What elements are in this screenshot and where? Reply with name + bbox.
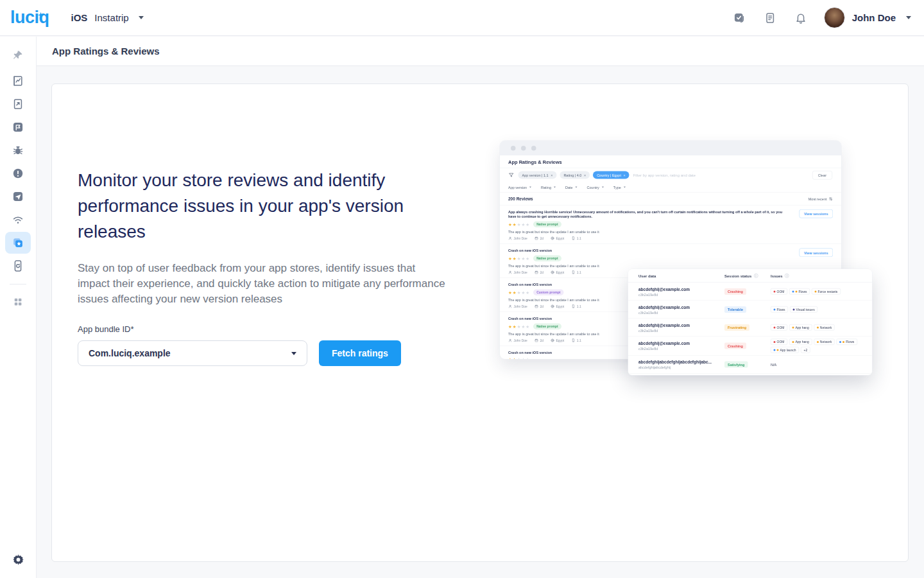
dropdown-label: Type xyxy=(613,185,621,189)
changelog-icon[interactable] xyxy=(758,6,782,30)
sidebar-item-network[interactable] xyxy=(5,209,31,231)
user-data-table-card: User dataSession statusiIssuesi abcdefgh… xyxy=(628,269,872,375)
sidebar-item-app-ratings[interactable] xyxy=(5,232,31,254)
meta-text: Egypt xyxy=(556,338,564,342)
notifications-icon[interactable] xyxy=(789,6,812,30)
table-row: abcdefghij@example.comc3b2a19e8dCrashing… xyxy=(628,337,872,356)
issue-chip: Flows xyxy=(837,339,857,346)
meta-text: 1.1 xyxy=(577,338,581,342)
sidebar-item-more-apps[interactable] xyxy=(5,291,31,313)
user-id: c3b2a19e8d xyxy=(638,292,724,296)
sidebar-bottom xyxy=(5,548,31,572)
remove-chip-icon[interactable]: × xyxy=(623,173,625,177)
profile-menu[interactable]: John Doe xyxy=(824,7,911,28)
review-meta-user: John Doe xyxy=(508,236,527,240)
sidebar-item-performance[interactable] xyxy=(5,186,31,207)
prompt-type-badge: Native prompt xyxy=(533,222,561,228)
sidebar-item-crash-reporting[interactable] xyxy=(5,162,31,184)
issues-cell: FlowsVisual issues xyxy=(771,306,862,313)
issue-chip: App hang xyxy=(789,339,812,346)
issue-dot-blue xyxy=(792,290,794,292)
issue-chip-group: FlowsVisual issues xyxy=(771,306,862,313)
info-icon: i xyxy=(785,274,789,278)
sidebar-nav xyxy=(0,37,37,578)
chevron-down-icon xyxy=(624,186,626,188)
review-meta-country: Egypt xyxy=(551,236,564,240)
review-meta: John Doe2dEgypt1.1 xyxy=(508,236,833,240)
chevron-down-icon xyxy=(529,186,531,188)
session-status-badge: Crashing xyxy=(724,288,746,295)
session-status-cell: Tolerable xyxy=(724,306,771,313)
person-icon xyxy=(508,304,512,308)
star-rating-icons: ★★★★★ xyxy=(508,256,530,261)
review-title: App always crashing Horrible service! Un… xyxy=(508,209,784,219)
luciq-logo[interactable]: luciq xyxy=(10,8,49,28)
issue-chip: OOM xyxy=(771,339,787,346)
filter-chip[interactable]: Country | Egypt× xyxy=(593,171,629,179)
issue-dot-orange xyxy=(843,341,844,343)
phone-icon xyxy=(571,270,575,274)
user-email: abcdefghij@example.com xyxy=(638,341,719,346)
app-switcher[interactable]: iOS Instatrip xyxy=(71,12,144,23)
user-data-cell: abcdefghijabcdefghijabcdefghijabc...abcd… xyxy=(638,360,724,369)
app-bundle-id-select[interactable]: Com.luciq.example xyxy=(78,340,307,366)
issue-dot-orange xyxy=(817,326,819,328)
fetch-ratings-button[interactable]: Fetch ratings xyxy=(319,340,401,366)
meta-text: 2d xyxy=(540,236,543,240)
issue-chip: Network xyxy=(814,324,834,331)
issue-dot-purple xyxy=(793,308,795,310)
mock-dropdown-rating[interactable]: Rating xyxy=(541,185,556,189)
onboarding-card: Monitor your store reviews and identify … xyxy=(51,83,909,562)
tasks-icon[interactable] xyxy=(728,6,751,30)
illustration-zone: App Ratings & Reviews App version | 1.1×… xyxy=(500,141,875,380)
issue-label: +2 xyxy=(804,348,808,352)
page-title-bar: App Ratings & Reviews xyxy=(37,37,924,66)
user-id: c3b2a19e8d xyxy=(638,328,724,332)
avatar xyxy=(824,7,845,28)
user-id: abcdefghijabcdefghij xyxy=(638,365,724,369)
column-header-session-status: Session statusi xyxy=(724,274,771,278)
sidebar-item-session-replay[interactable] xyxy=(5,255,31,277)
sidebar-item-pinned[interactable] xyxy=(5,44,31,66)
sidebar-item-settings[interactable] xyxy=(5,548,31,570)
issue-chip: Flows xyxy=(771,306,788,313)
issue-label: Flows xyxy=(777,308,785,311)
sidebar-item-bug-reporting[interactable] xyxy=(5,139,31,161)
session-status-badge: Satisfying xyxy=(724,361,748,367)
sidebar-item-surveys[interactable] xyxy=(5,93,31,115)
filter-chip[interactable]: Rating | 4.0× xyxy=(560,171,590,179)
sidebar-item-analytics[interactable] xyxy=(5,70,31,92)
table-row: abcdefghij@example.comc3b2a19e8dFrustrat… xyxy=(628,319,872,337)
review-title: Crash on new iOS version xyxy=(508,249,784,254)
mock-dropdown-date[interactable]: Date xyxy=(565,185,578,189)
user-data-cell: abcdefghij@example.comc3b2a19e8d xyxy=(638,286,724,296)
column-header-issues: Issuesi xyxy=(771,274,862,278)
review-body: The app is great but since the update I … xyxy=(508,230,833,234)
dropdown-label: Date xyxy=(565,185,573,189)
filter-input-placeholder[interactable]: Filter by app version, rating and date xyxy=(633,173,809,177)
view-sessions-button[interactable]: View sessions xyxy=(799,209,833,218)
view-sessions-button[interactable]: View sessions xyxy=(799,249,833,258)
review-meta-date: 2d xyxy=(535,304,543,308)
meta-text: John Doe xyxy=(514,304,527,308)
clear-filters-button[interactable]: Clear xyxy=(812,171,832,180)
mock-dropdown-type[interactable]: Type xyxy=(613,185,626,189)
session-status-badge: Crashing xyxy=(724,343,746,349)
remove-chip-icon[interactable]: × xyxy=(551,173,552,177)
filter-chip[interactable]: App version | 1.1× xyxy=(518,171,557,179)
remove-chip-icon[interactable]: × xyxy=(584,173,586,177)
table-row: abcdefghij@example.comc3b2a19e8dCrashing… xyxy=(628,283,872,301)
dropdown-label: Country xyxy=(587,185,599,189)
meta-text: 1.1 xyxy=(577,304,581,308)
filter-chip-group: App version | 1.1×Rating | 4.0×Country |… xyxy=(518,171,629,179)
sort-control[interactable]: Most recent xyxy=(809,197,833,201)
issue-chip: Force restarts xyxy=(812,288,841,295)
sidebar-item-feature-flags[interactable] xyxy=(5,116,31,138)
review-meta-date: 2d xyxy=(535,270,543,274)
mock-dropdown-app-version[interactable]: App version xyxy=(508,185,531,189)
mock-dropdown-country[interactable]: Country xyxy=(587,185,604,189)
star-icon: ★ xyxy=(521,256,526,261)
user-email: abcdefghij@example.com xyxy=(638,322,719,328)
phone-icon xyxy=(571,304,575,308)
issues-cell: OOMFlowsForce restarts xyxy=(771,288,862,295)
